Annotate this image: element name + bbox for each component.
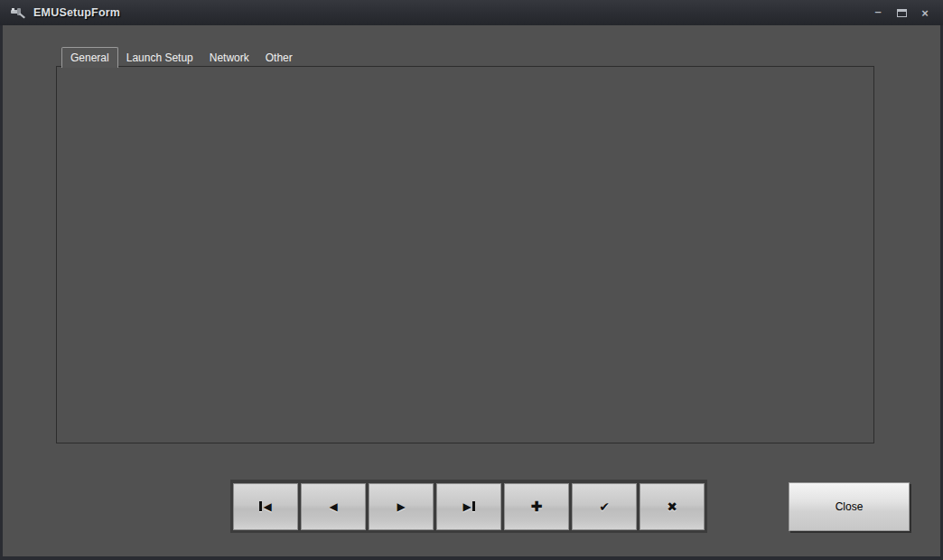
add-icon: ✚ <box>531 499 543 515</box>
add-record-button[interactable]: ✚ <box>504 483 569 530</box>
close-button[interactable]: Close <box>789 482 910 531</box>
tab-strip: General Launch Setup Network Other <box>61 46 301 67</box>
tab-other[interactable]: Other <box>257 49 301 67</box>
general-tab-panel <box>56 66 874 443</box>
tab-launch-setup[interactable]: Launch Setup <box>118 49 201 67</box>
form-client-area: General Launch Setup Network Other Emula… <box>3 25 940 556</box>
check-icon: ✔ <box>599 499 610 514</box>
last-bar-icon <box>472 501 475 511</box>
tab-general[interactable]: General <box>61 47 118 68</box>
maximize-icon <box>897 9 907 17</box>
tab-network[interactable]: Network <box>201 49 257 67</box>
move-next-icon: ▶ <box>397 500 405 513</box>
delete-x-icon: ✖ <box>667 499 677 514</box>
delete-record-button[interactable]: ✖ <box>640 483 705 530</box>
close-window-button[interactable]: × <box>916 4 934 22</box>
app-tool-icon <box>10 5 26 20</box>
minimize-button[interactable]: – <box>869 4 887 22</box>
emu-setup-window: EMUSetupForm – × General Launch Setup Ne… <box>0 0 943 560</box>
move-previous-button[interactable]: ◀ <box>301 483 366 530</box>
titlebar[interactable]: EMUSetupForm – × <box>0 0 943 25</box>
move-first-icon: ◀ <box>263 500 271 513</box>
window-title: EMUSetupForm <box>33 6 120 19</box>
move-previous-icon: ◀ <box>329 500 337 513</box>
move-first-button[interactable]: ◀ <box>233 483 298 530</box>
record-navigator: ◀ ◀ ▶ ▶ ✚ ✔ ✖ <box>230 480 707 533</box>
move-next-button[interactable]: ▶ <box>369 483 434 530</box>
move-last-button[interactable]: ▶ <box>436 483 501 530</box>
maximize-button[interactable] <box>892 4 910 22</box>
save-record-button[interactable]: ✔ <box>572 483 637 530</box>
move-last-icon: ▶ <box>462 500 471 513</box>
first-bar-icon <box>259 501 262 511</box>
